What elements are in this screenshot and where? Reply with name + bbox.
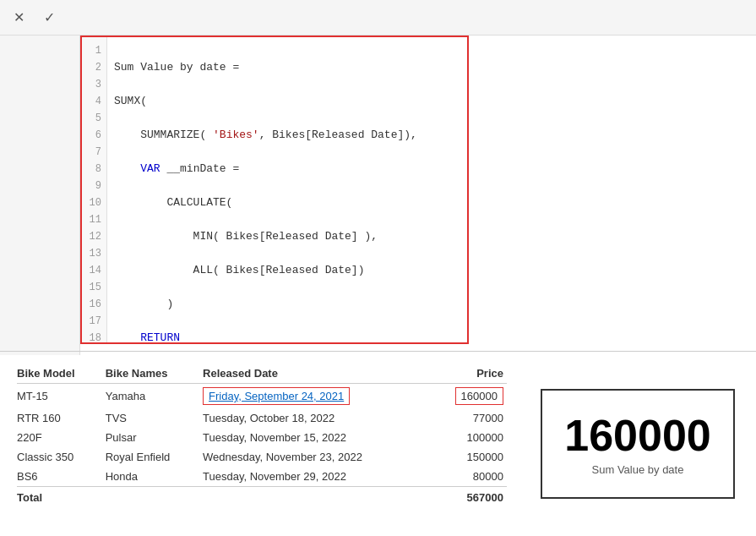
cell-model: MT-15 [17, 384, 106, 409]
table-row: BS6 Honda Tuesday, November 29, 2022 800… [17, 467, 507, 487]
table-row: RTR 160 TVS Tuesday, October 18, 2022 77… [17, 408, 507, 428]
section-divider [0, 351, 756, 352]
cell-model: BS6 [17, 467, 106, 487]
total-spacer3 [427, 487, 438, 508]
col-header-price: Price [438, 364, 507, 384]
cell-price: 77000 [438, 408, 507, 428]
cell-name: Royal Enfield [106, 447, 203, 467]
cell-name: Honda [106, 467, 203, 487]
confirm-button[interactable]: ✓ [39, 8, 59, 28]
total-row: Total 567000 [17, 487, 507, 508]
col-header-spacer [427, 364, 438, 384]
cell-date: Tuesday, November 29, 2022 [203, 467, 427, 487]
cell-price: 160000 [438, 384, 507, 409]
cell-spacer [427, 384, 438, 409]
table-row: 220F Pulsar Tuesday, November 15, 2022 1… [17, 428, 507, 447]
cell-date: Friday, September 24, 2021 [203, 384, 427, 409]
cell-date: Tuesday, October 18, 2022 [203, 408, 427, 428]
main-container: ✕ ✓ 12345 678910 1112131415 161718 Sum V… [0, 0, 756, 536]
total-label: Total [17, 487, 106, 508]
cell-spacer [427, 428, 438, 447]
total-spacer1 [106, 487, 203, 508]
cancel-button[interactable]: ✕ [8, 8, 29, 28]
cell-model: 220F [17, 428, 106, 447]
col-header-model: Bike Model [17, 364, 106, 384]
cell-model: Classic 350 [17, 447, 106, 467]
cell-spacer [427, 467, 438, 487]
cell-spacer [427, 447, 438, 467]
toolbar: ✕ ✓ [0, 0, 756, 36]
cell-price: 150000 [438, 447, 507, 467]
cell-date: Wednesday, November 23, 2022 [203, 447, 427, 467]
table-row: MT-15 Yamaha Friday, September 24, 2021 … [17, 384, 507, 409]
total-spacer2 [203, 487, 427, 508]
left-sidebar [0, 36, 80, 357]
cell-name: TVS [106, 408, 203, 428]
cell-model: RTR 160 [17, 408, 106, 428]
data-table: Bike Model Bike Names Released Date Pric… [17, 364, 507, 507]
kpi-card: 160000 Sum Value by date [541, 389, 735, 499]
cell-spacer [427, 408, 438, 428]
col-header-names: Bike Names [106, 364, 203, 384]
code-text: Sum Value by date = SUMX( SUMMARIZE( 'Bi… [107, 37, 467, 342]
total-value: 567000 [438, 487, 507, 508]
col-header-date: Released Date [203, 364, 427, 384]
table-row: Classic 350 Royal Enfield Wednesday, Nov… [17, 447, 507, 467]
cell-date: Tuesday, November 15, 2022 [203, 428, 427, 447]
cell-price: 80000 [438, 467, 507, 487]
cell-name: Pulsar [106, 428, 203, 447]
cell-price: 100000 [438, 428, 507, 447]
line-numbers: 12345 678910 1112131415 161718 [82, 37, 107, 342]
kpi-label: Sum Value by date [592, 463, 684, 476]
kpi-value: 160000 [564, 412, 711, 460]
code-editor[interactable]: 12345 678910 1112131415 161718 Sum Value… [80, 36, 469, 344]
data-table-section: Bike Model Bike Names Released Date Pric… [0, 355, 524, 536]
cell-name: Yamaha [106, 384, 203, 409]
